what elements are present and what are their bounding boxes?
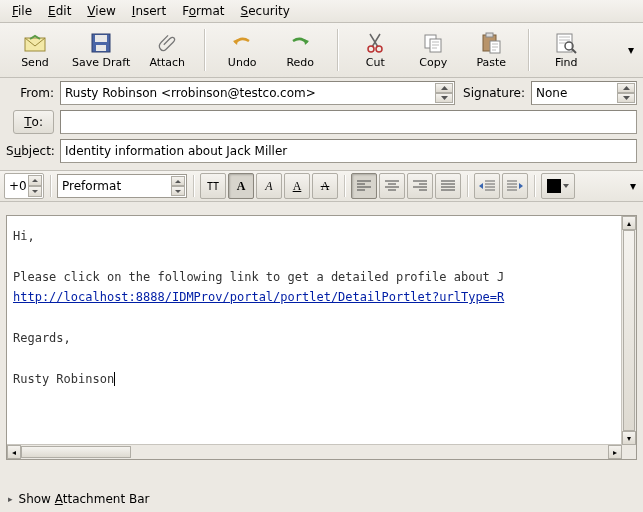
scroll-thumb[interactable] [21,446,131,458]
find-icon [554,31,578,55]
expand-icon[interactable]: ▸ [8,494,13,504]
footer: ▸ Show Attachment Bar [0,486,643,512]
svg-rect-3 [96,45,106,51]
horizontal-scrollbar[interactable]: ◂ ▸ [7,444,622,459]
indent-stepper[interactable]: +0 [4,173,44,199]
attach-button[interactable]: Attach [138,29,196,71]
paste-label: Paste [476,56,506,69]
send-icon [23,31,47,55]
svg-rect-2 [95,35,107,42]
align-justify-button[interactable] [435,173,461,199]
outdent-button[interactable] [474,173,500,199]
paste-button[interactable]: Paste [462,29,520,71]
svg-point-5 [376,46,382,52]
chevron-up-icon[interactable] [171,176,185,186]
underline-button[interactable]: A [284,173,310,199]
format-toolbar: +0 Preformat TT A A A A ▾ [0,170,643,202]
message-body[interactable]: Hi, Please click on the following link t… [7,216,622,445]
separator [528,29,529,71]
copy-button[interactable]: Copy [404,29,462,71]
from-row: From: Rusty Robinson <rrobinson@testco.c… [0,78,643,108]
align-left-button[interactable] [351,173,377,199]
italic-button[interactable]: A [256,173,282,199]
chevron-up-icon[interactable] [617,83,635,93]
svg-point-4 [368,46,374,52]
scroll-thumb[interactable] [623,230,635,431]
main-toolbar: Send Save Draft Attach Undo Redo Cut Cop… [0,23,643,78]
tt-button[interactable]: TT [200,173,226,199]
undo-button[interactable]: Undo [213,29,271,71]
save-label: Save Draft [72,56,130,69]
align-right-button[interactable] [407,173,433,199]
from-combo[interactable]: Rusty Robinson <rrobinson@testco.com> [60,81,455,105]
from-value: Rusty Robinson <rrobinson@testco.com> [65,86,450,100]
chevron-up-icon[interactable] [28,175,42,186]
redo-icon [288,31,312,55]
menu-security[interactable]: Security [233,2,298,20]
vertical-scrollbar[interactable]: ▴ ▾ [621,216,636,445]
style-combo[interactable]: Preformat [57,174,187,198]
indent-button[interactable] [502,173,528,199]
scroll-down-icon[interactable]: ▾ [622,431,636,445]
toolbar-overflow[interactable]: ▾ [625,30,637,70]
cut-label: Cut [366,56,385,69]
chevron-down-icon[interactable] [617,93,635,103]
menubar: File Edit View Insert Format Security [0,0,643,23]
undo-label: Undo [228,56,257,69]
menu-view[interactable]: View [79,2,123,20]
subject-row: Subject: Identity information about Jack… [0,137,643,166]
color-button[interactable] [541,173,575,199]
color-swatch [547,179,561,193]
copy-icon [421,31,445,55]
chevron-down-icon[interactable] [28,186,42,197]
scroll-left-icon[interactable]: ◂ [7,445,21,459]
subject-label: Subject: [6,144,60,158]
to-input[interactable] [60,110,637,134]
paste-icon [479,31,503,55]
cut-button[interactable]: Cut [346,29,404,71]
save-icon [89,31,113,55]
body-link[interactable]: http://localhost:8888/IDMProv/portal/por… [13,290,504,304]
chevron-up-icon[interactable] [435,83,453,93]
find-label: Find [555,56,578,69]
chevron-down-icon[interactable] [171,186,185,196]
attach-label: Attach [149,56,185,69]
separator [204,29,205,71]
menu-edit[interactable]: Edit [40,2,79,20]
signature-label: Signature: [463,86,525,100]
send-label: Send [21,56,49,69]
separator [337,29,338,71]
redo-label: Redo [286,56,314,69]
menu-insert[interactable]: Insert [124,2,174,20]
scroll-up-icon[interactable]: ▴ [622,216,636,230]
send-button[interactable]: Send [6,29,64,71]
editor-container: Hi, Please click on the following link t… [6,215,637,460]
save-draft-button[interactable]: Save Draft [64,29,138,71]
copy-label: Copy [419,56,447,69]
style-value: Preformat [62,179,121,193]
svg-rect-9 [486,33,493,37]
signature-combo[interactable]: None [531,81,637,105]
chevron-down-icon [563,184,569,188]
find-button[interactable]: Find [537,29,595,71]
scissors-icon [363,31,387,55]
format-overflow[interactable]: ▾ [627,166,639,206]
chevron-down-icon[interactable] [435,93,453,103]
to-button[interactable]: To: [13,110,54,134]
menu-format[interactable]: Format [174,2,232,20]
from-label: From: [6,86,60,100]
redo-button[interactable]: Redo [271,29,329,71]
indent-value: +0 [9,179,27,193]
attachment-bar-toggle[interactable]: Show Attachment Bar [19,492,150,506]
align-center-button[interactable] [379,173,405,199]
undo-icon [230,31,254,55]
scroll-corner [622,445,636,459]
menu-file[interactable]: File [4,2,40,20]
strike-button[interactable]: A [312,173,338,199]
subject-input[interactable]: Identity information about Jack Miller [60,139,637,163]
to-row: To: [0,108,643,137]
scroll-right-icon[interactable]: ▸ [608,445,622,459]
paperclip-icon [155,31,179,55]
bold-button[interactable]: A [228,173,254,199]
